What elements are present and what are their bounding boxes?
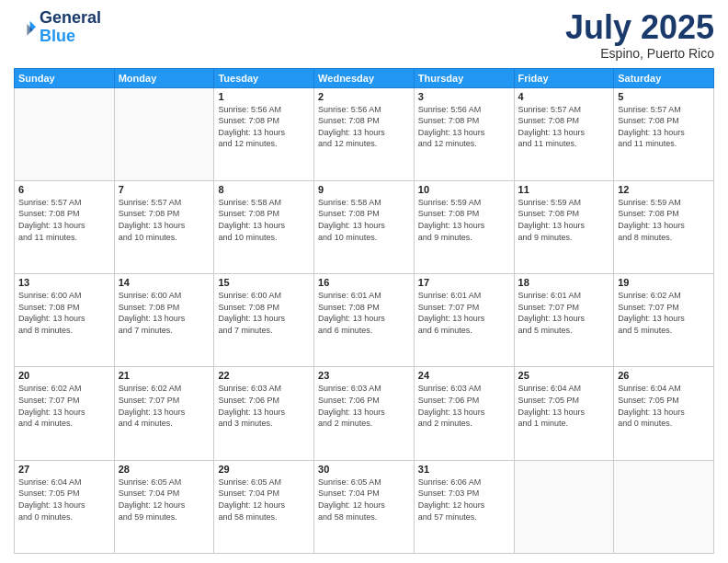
day-info: Sunrise: 6:00 AM Sunset: 7:08 PM Dayligh… — [218, 290, 310, 336]
day-number: 10 — [418, 184, 510, 195]
day-number: 14 — [119, 277, 210, 288]
calendar-cell: 9Sunrise: 5:58 AM Sunset: 7:08 PM Daylig… — [314, 180, 415, 273]
calendar-cell: 27Sunrise: 6:04 AM Sunset: 7:05 PM Dayli… — [15, 460, 115, 553]
weekday-header-saturday: Saturday — [614, 68, 714, 87]
calendar-cell: 19Sunrise: 6:02 AM Sunset: 7:07 PM Dayli… — [614, 274, 714, 367]
day-number: 6 — [18, 184, 110, 195]
day-number: 1 — [218, 91, 310, 102]
weekday-header-thursday: Thursday — [414, 68, 514, 87]
calendar-cell — [514, 460, 614, 553]
day-info: Sunrise: 5:57 AM Sunset: 7:08 PM Dayligh… — [18, 197, 110, 243]
logo-icon — [14, 17, 36, 39]
calendar-week-row-4: 20Sunrise: 6:02 AM Sunset: 7:07 PM Dayli… — [15, 367, 714, 460]
day-number: 16 — [318, 277, 410, 288]
day-number: 26 — [618, 370, 710, 381]
calendar-cell: 18Sunrise: 6:01 AM Sunset: 7:07 PM Dayli… — [514, 274, 614, 367]
day-number: 13 — [18, 277, 110, 288]
weekday-header-row: SundayMondayTuesdayWednesdayThursdayFrid… — [15, 68, 714, 87]
day-info: Sunrise: 5:58 AM Sunset: 7:08 PM Dayligh… — [318, 197, 410, 243]
day-info: Sunrise: 6:02 AM Sunset: 7:07 PM Dayligh… — [119, 383, 210, 429]
day-info: Sunrise: 5:57 AM Sunset: 7:08 PM Dayligh… — [119, 197, 210, 243]
day-info: Sunrise: 5:56 AM Sunset: 7:08 PM Dayligh… — [318, 104, 410, 150]
weekday-header-friday: Friday — [514, 68, 614, 87]
calendar-cell: 1Sunrise: 5:56 AM Sunset: 7:08 PM Daylig… — [214, 87, 314, 180]
weekday-header-sunday: Sunday — [15, 68, 115, 87]
calendar-cell: 24Sunrise: 6:03 AM Sunset: 7:06 PM Dayli… — [414, 367, 514, 460]
calendar-cell: 13Sunrise: 6:00 AM Sunset: 7:08 PM Dayli… — [15, 274, 115, 367]
calendar-cell: 23Sunrise: 6:03 AM Sunset: 7:06 PM Dayli… — [314, 367, 415, 460]
day-info: Sunrise: 6:04 AM Sunset: 7:05 PM Dayligh… — [518, 383, 610, 429]
day-number: 15 — [218, 277, 310, 288]
day-info: Sunrise: 5:56 AM Sunset: 7:08 PM Dayligh… — [218, 104, 310, 150]
day-number: 2 — [318, 91, 410, 102]
calendar-cell: 2Sunrise: 5:56 AM Sunset: 7:08 PM Daylig… — [314, 87, 415, 180]
day-number: 24 — [418, 370, 510, 381]
day-number: 21 — [119, 370, 210, 381]
day-number: 7 — [119, 184, 210, 195]
day-info: Sunrise: 6:05 AM Sunset: 7:04 PM Dayligh… — [318, 477, 410, 523]
calendar-cell: 26Sunrise: 6:04 AM Sunset: 7:05 PM Dayli… — [614, 367, 714, 460]
day-info: Sunrise: 5:59 AM Sunset: 7:08 PM Dayligh… — [518, 197, 610, 243]
calendar-cell: 3Sunrise: 5:56 AM Sunset: 7:08 PM Daylig… — [414, 87, 514, 180]
calendar-cell: 4Sunrise: 5:57 AM Sunset: 7:08 PM Daylig… — [514, 87, 614, 180]
day-info: Sunrise: 5:59 AM Sunset: 7:08 PM Dayligh… — [618, 197, 710, 243]
day-info: Sunrise: 6:02 AM Sunset: 7:07 PM Dayligh… — [18, 383, 110, 429]
calendar-week-row-2: 6Sunrise: 5:57 AM Sunset: 7:08 PM Daylig… — [15, 180, 714, 273]
day-info: Sunrise: 6:00 AM Sunset: 7:08 PM Dayligh… — [18, 290, 110, 336]
calendar-cell: 30Sunrise: 6:05 AM Sunset: 7:04 PM Dayli… — [314, 460, 415, 553]
calendar-cell — [614, 460, 714, 553]
day-info: Sunrise: 6:03 AM Sunset: 7:06 PM Dayligh… — [218, 383, 310, 429]
day-info: Sunrise: 6:00 AM Sunset: 7:08 PM Dayligh… — [119, 290, 210, 336]
day-info: Sunrise: 6:03 AM Sunset: 7:06 PM Dayligh… — [318, 383, 410, 429]
day-number: 30 — [318, 464, 410, 475]
calendar-cell: 25Sunrise: 6:04 AM Sunset: 7:05 PM Dayli… — [514, 367, 614, 460]
logo: General Blue — [14, 9, 101, 46]
day-number: 4 — [518, 91, 610, 102]
day-info: Sunrise: 6:02 AM Sunset: 7:07 PM Dayligh… — [618, 290, 710, 336]
day-info: Sunrise: 6:06 AM Sunset: 7:03 PM Dayligh… — [418, 477, 510, 523]
month-title: July 2025 — [565, 9, 714, 46]
calendar-cell: 11Sunrise: 5:59 AM Sunset: 7:08 PM Dayli… — [514, 180, 614, 273]
calendar-cell: 29Sunrise: 6:05 AM Sunset: 7:04 PM Dayli… — [214, 460, 314, 553]
day-info: Sunrise: 6:01 AM Sunset: 7:07 PM Dayligh… — [518, 290, 610, 336]
calendar-cell: 16Sunrise: 6:01 AM Sunset: 7:08 PM Dayli… — [314, 274, 415, 367]
day-number: 22 — [218, 370, 310, 381]
calendar-cell: 8Sunrise: 5:58 AM Sunset: 7:08 PM Daylig… — [214, 180, 314, 273]
day-number: 20 — [18, 370, 110, 381]
day-info: Sunrise: 6:04 AM Sunset: 7:05 PM Dayligh… — [18, 477, 110, 523]
day-info: Sunrise: 5:58 AM Sunset: 7:08 PM Dayligh… — [218, 197, 310, 243]
day-number: 28 — [119, 464, 210, 475]
calendar-cell: 21Sunrise: 6:02 AM Sunset: 7:07 PM Dayli… — [114, 367, 214, 460]
day-number: 8 — [218, 184, 310, 195]
calendar-week-row-3: 13Sunrise: 6:00 AM Sunset: 7:08 PM Dayli… — [15, 274, 714, 367]
day-info: Sunrise: 6:01 AM Sunset: 7:07 PM Dayligh… — [418, 290, 510, 336]
calendar-cell: 17Sunrise: 6:01 AM Sunset: 7:07 PM Dayli… — [414, 274, 514, 367]
logo-line1: General — [40, 9, 101, 28]
day-info: Sunrise: 5:59 AM Sunset: 7:08 PM Dayligh… — [418, 197, 510, 243]
calendar-cell: 14Sunrise: 6:00 AM Sunset: 7:08 PM Dayli… — [114, 274, 214, 367]
title-block: July 2025 Espino, Puerto Rico — [565, 9, 714, 61]
calendar-cell: 12Sunrise: 5:59 AM Sunset: 7:08 PM Dayli… — [614, 180, 714, 273]
day-number: 29 — [218, 464, 310, 475]
day-number: 19 — [618, 277, 710, 288]
day-number: 9 — [318, 184, 410, 195]
logo-text: General Blue — [40, 9, 101, 46]
weekday-header-tuesday: Tuesday — [214, 68, 314, 87]
day-number: 25 — [518, 370, 610, 381]
logo-line2: Blue — [40, 28, 101, 46]
day-info: Sunrise: 5:57 AM Sunset: 7:08 PM Dayligh… — [518, 104, 610, 150]
day-number: 17 — [418, 277, 510, 288]
day-info: Sunrise: 5:56 AM Sunset: 7:08 PM Dayligh… — [418, 104, 510, 150]
day-number: 27 — [18, 464, 110, 475]
day-number: 31 — [418, 464, 510, 475]
calendar-cell: 31Sunrise: 6:06 AM Sunset: 7:03 PM Dayli… — [414, 460, 514, 553]
calendar-cell: 5Sunrise: 5:57 AM Sunset: 7:08 PM Daylig… — [614, 87, 714, 180]
calendar-cell: 22Sunrise: 6:03 AM Sunset: 7:06 PM Dayli… — [214, 367, 314, 460]
day-info: Sunrise: 5:57 AM Sunset: 7:08 PM Dayligh… — [618, 104, 710, 150]
calendar-cell — [114, 87, 214, 180]
calendar-cell: 20Sunrise: 6:02 AM Sunset: 7:07 PM Dayli… — [15, 367, 115, 460]
day-info: Sunrise: 6:03 AM Sunset: 7:06 PM Dayligh… — [418, 383, 510, 429]
day-info: Sunrise: 6:05 AM Sunset: 7:04 PM Dayligh… — [218, 477, 310, 523]
page: General Blue July 2025 Espino, Puerto Ri… — [0, 0, 728, 563]
day-number: 11 — [518, 184, 610, 195]
